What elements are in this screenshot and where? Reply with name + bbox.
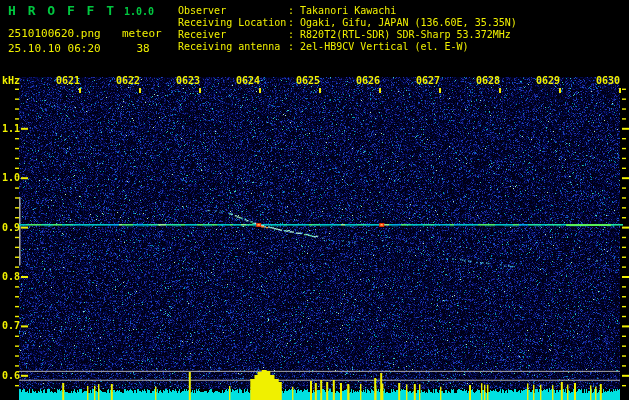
station-info-row: Receiving antenna: 2el-HB9CV Vertical (e…	[178, 41, 517, 53]
station-info-row: Receiver: R820T2(RTL-SDR) SDR-Sharp 53.3…	[178, 29, 517, 41]
echo-count: 38	[124, 42, 162, 55]
info-colon: :	[288, 41, 300, 52]
info-label: Receiving antenna	[178, 41, 288, 53]
info-colon: :	[288, 17, 300, 28]
info-colon: :	[288, 29, 300, 40]
mode-label: meteor	[122, 27, 162, 40]
datetime-label: 25.10.10 06:20	[8, 42, 101, 55]
spectrogram-canvas	[0, 0, 629, 400]
station-info-row: Receiving Location: Ogaki, Gifu, JAPAN (…	[178, 17, 517, 29]
khz-unit-label: kHz	[2, 75, 20, 86]
app-title: H R O F F T	[8, 3, 116, 18]
info-label: Receiving Location	[178, 17, 288, 29]
info-label: Observer	[178, 5, 288, 17]
info-value: R820T2(RTL-SDR) SDR-Sharp 53.372MHz	[300, 29, 511, 40]
output-filename: 2510100620.png	[8, 27, 101, 40]
info-colon: :	[288, 5, 300, 16]
info-label: Receiver	[178, 29, 288, 41]
hrofft-window: { "header": { "app_title": "H R O F F T"…	[0, 0, 629, 400]
station-info-row: Observer: Takanori Kawachi	[178, 5, 517, 17]
app-version: 1.0.0	[124, 6, 154, 17]
info-value: 2el-HB9CV Vertical (el. E-W)	[300, 41, 469, 52]
station-info: Observer: Takanori KawachiReceiving Loca…	[178, 5, 517, 53]
info-value: Ogaki, Gifu, JAPAN (136.60E, 35.35N)	[300, 17, 517, 28]
info-value: Takanori Kawachi	[300, 5, 396, 16]
